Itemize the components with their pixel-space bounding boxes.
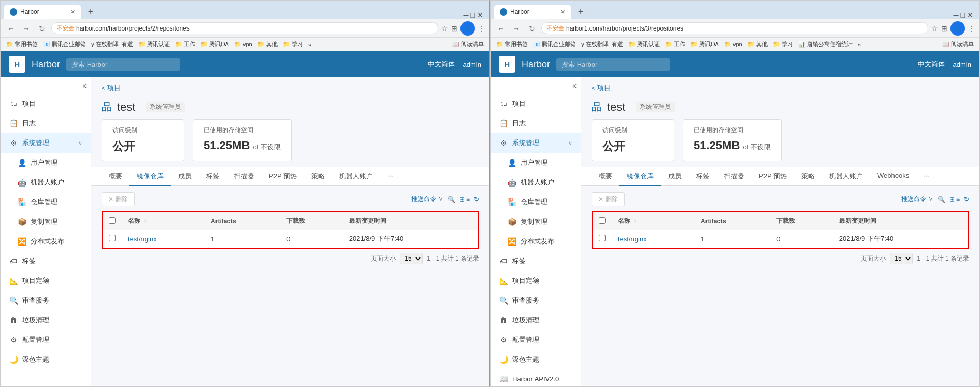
- sidebar-item-replication-2[interactable]: 📦 复制管理: [491, 212, 581, 232]
- tab-policy-2[interactable]: 策略: [794, 167, 822, 186]
- search-icon-2[interactable]: 🔍: [938, 196, 945, 203]
- tab-scanners-2[interactable]: 扫描器: [717, 167, 752, 186]
- th-name-1[interactable]: 名称 ↕: [122, 212, 205, 230]
- tab-members-2[interactable]: 成员: [661, 167, 689, 186]
- sidebar-item-users-2[interactable]: 👤 用户管理: [491, 153, 581, 173]
- row-select-1[interactable]: [109, 235, 116, 241]
- tab-more-1[interactable]: ···: [380, 167, 400, 186]
- th-name-2[interactable]: 名称 ↕: [612, 212, 695, 230]
- forward-btn-1[interactable]: →: [20, 22, 33, 35]
- bm-translate-2[interactable]: y 在线翻译_有道: [580, 40, 625, 49]
- bm-readlist-1[interactable]: 📖 阅读清单: [451, 40, 485, 49]
- sidebar-toggle-2[interactable]: «: [491, 77, 581, 94]
- sidebar-item-sysadmin-2[interactable]: ⚙ 系统管理 ∨: [491, 133, 581, 153]
- sidebar-item-replication-1[interactable]: 📦 复制管理: [1, 212, 91, 232]
- profile-avatar-1[interactable]: 👤: [460, 21, 475, 36]
- bm-oa-1[interactable]: 📁 腾讯OA: [199, 40, 230, 49]
- refresh-icon-2[interactable]: ↻: [964, 196, 969, 203]
- push-cmd-btn-1[interactable]: 推送命令 ∨: [411, 195, 443, 204]
- bm-more-2[interactable]: »: [856, 41, 862, 48]
- sidebar-item-projects-1[interactable]: 🗂 项目: [1, 94, 91, 113]
- tab-p2p-2[interactable]: P2P 预热: [752, 167, 794, 186]
- bm-readlist-2[interactable]: 📖 阅读清单: [941, 40, 975, 49]
- tab-scanners-1[interactable]: 扫描器: [227, 167, 262, 186]
- bm-changeyong-2[interactable]: 📁 常用书签: [495, 40, 529, 49]
- refresh-btn-1[interactable]: ↻: [36, 22, 48, 35]
- view-toggle-1[interactable]: ⊞ ≡: [459, 196, 470, 203]
- app-search-2[interactable]: [556, 58, 670, 71]
- sidebar-item-registry-1[interactable]: 🏪 仓库管理: [1, 192, 91, 212]
- sidebar-item-quota-2[interactable]: 📐 项目定额: [491, 271, 581, 291]
- row-name-link-1[interactable]: test/nginx: [128, 235, 157, 243]
- bm-work-1[interactable]: 📁 工作: [174, 40, 197, 49]
- maximize-btn-1[interactable]: □: [471, 11, 475, 19]
- breadcrumb-1[interactable]: < 项目: [91, 77, 489, 95]
- sidebar-item-sysadmin-1[interactable]: ⚙ 系统管理 ∨: [1, 133, 91, 153]
- tab-robots-2[interactable]: 机器人账户: [822, 167, 870, 186]
- sidebar-item-robots-1[interactable]: 🤖 机器人账户: [1, 173, 91, 192]
- tab-overview-1[interactable]: 概要: [102, 167, 129, 186]
- push-cmd-btn-2[interactable]: 推送命令 ∨: [901, 195, 933, 204]
- menu-btn-1[interactable]: ⋮: [478, 24, 485, 33]
- back-btn-1[interactable]: ←: [5, 22, 17, 35]
- sidebar-item-tags-2[interactable]: 🏷 标签: [491, 251, 581, 271]
- select-all-checkbox-1[interactable]: [109, 217, 116, 224]
- tab2-close[interactable]: ✕: [560, 9, 565, 16]
- sidebar-item-projects-2[interactable]: 🗂 项目: [491, 94, 581, 113]
- bm-tencent-mail-2[interactable]: 📧 腾讯企业邮箱: [531, 40, 578, 49]
- tab-policy-1[interactable]: 策略: [304, 167, 332, 186]
- close-btn-1[interactable]: ✕: [477, 11, 483, 19]
- sidebar-item-distribution-2[interactable]: 🔀 分布式发布: [491, 232, 581, 251]
- bm-more-1[interactable]: »: [307, 41, 313, 48]
- lang-selector-2[interactable]: 中文简体: [918, 60, 945, 69]
- back-btn-2[interactable]: ←: [495, 22, 507, 35]
- extensions-btn-1[interactable]: ⊞: [451, 24, 457, 33]
- browser2-tab[interactable]: Harbor ✕: [494, 5, 571, 19]
- app-search-1[interactable]: [66, 58, 180, 71]
- bm-tang-2[interactable]: 📊 唐镇公寓住宿统计: [797, 40, 854, 49]
- sidebar-item-tags-1[interactable]: 🏷 标签: [1, 251, 91, 271]
- extensions-btn-2[interactable]: ⊞: [941, 24, 947, 33]
- sidebar-item-gc-2[interactable]: 🗑 垃圾清理: [491, 310, 581, 330]
- minimize-btn-2[interactable]: ─: [954, 11, 959, 19]
- bm-other-2[interactable]: 📁 其他: [746, 40, 769, 49]
- refresh-btn-2[interactable]: ↻: [526, 22, 538, 35]
- sidebar-item-config-2[interactable]: ⚙ 配置管理: [491, 330, 581, 350]
- bm-vpn-1[interactable]: 📁 vpn: [233, 40, 254, 48]
- url-bar-1[interactable]: 不安全 harbor.com/harbor/projects/2/reposit…: [51, 22, 438, 34]
- select-all-checkbox-2[interactable]: [599, 217, 606, 224]
- sidebar-item-theme-2[interactable]: 🌙 深色主题: [491, 350, 581, 369]
- bm-work-2[interactable]: 📁 工作: [664, 40, 687, 49]
- new-tab-button-1[interactable]: +: [83, 5, 98, 19]
- tab1-close[interactable]: ✕: [70, 9, 75, 16]
- sidebar-item-distribution-1[interactable]: 🔀 分布式发布: [1, 232, 91, 251]
- maximize-btn-2[interactable]: □: [961, 11, 965, 19]
- sidebar-item-robots-2[interactable]: 🤖 机器人账户: [491, 173, 581, 192]
- bm-tencent-mail-1[interactable]: 📧 腾讯企业邮箱: [41, 40, 88, 49]
- delete-button-1[interactable]: ✕ 删除: [102, 192, 135, 206]
- sidebar-item-config-1[interactable]: ⚙ 配置管理: [1, 330, 91, 350]
- tab-repositories-1[interactable]: 镜像仓库: [129, 167, 171, 186]
- row-select-2[interactable]: [599, 235, 606, 241]
- row-name-link-2[interactable]: test/nginx: [618, 235, 647, 243]
- view-toggle-2[interactable]: ⊞ ≡: [949, 196, 960, 203]
- sidebar-item-audit-2[interactable]: 🔍 审查服务: [491, 291, 581, 310]
- tab-members-1[interactable]: 成员: [171, 167, 199, 186]
- bookmark-btn-2[interactable]: ☆: [931, 24, 938, 33]
- user-menu-1[interactable]: admin: [463, 61, 481, 68]
- tab-repositories-2[interactable]: 镜像仓库: [619, 167, 661, 186]
- sidebar-item-quota-1[interactable]: 📐 项目定额: [1, 271, 91, 291]
- profile-avatar-2[interactable]: 👤: [950, 21, 965, 36]
- tab-overview-2[interactable]: 概要: [592, 167, 619, 186]
- menu-btn-2[interactable]: ⋮: [968, 24, 975, 33]
- delete-button-2[interactable]: ✕ 删除: [592, 192, 625, 206]
- bm-auth-1[interactable]: 📁 腾讯认证: [137, 40, 171, 49]
- tab-labels-2[interactable]: 标签: [689, 167, 717, 186]
- close-btn-2[interactable]: ✕: [967, 11, 973, 19]
- user-menu-2[interactable]: admin: [953, 61, 971, 68]
- browser1-tab[interactable]: Harbor ✕: [4, 5, 81, 19]
- sidebar-item-users-1[interactable]: 👤 用户管理: [1, 153, 91, 173]
- forward-btn-2[interactable]: →: [510, 22, 523, 35]
- url-bar-2[interactable]: 不安全 harbor1.com/harbor/projects/3/reposi…: [541, 22, 928, 34]
- new-tab-button-2[interactable]: +: [573, 5, 588, 19]
